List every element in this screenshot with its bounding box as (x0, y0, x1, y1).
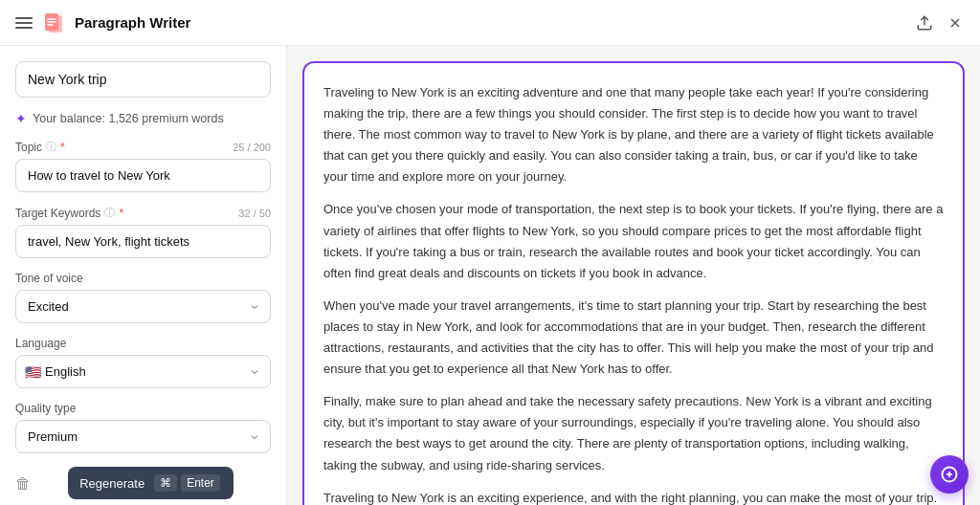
result-card-1: Traveling to New York is an exciting adv… (302, 61, 965, 505)
keywords-info-icon[interactable]: ⓘ (104, 206, 115, 220)
header-left: Paragraph Writer (15, 11, 190, 34)
quality-select[interactable]: Premium Standard (15, 420, 271, 453)
upload-icon[interactable] (915, 13, 934, 33)
floating-action-button[interactable] (930, 455, 969, 494)
doc-title-input[interactable] (15, 61, 271, 98)
header-right (915, 13, 965, 33)
keywords-group: Target Keywords ⓘ * 32 / 50 (15, 206, 271, 258)
enter-key: Enter (181, 474, 220, 492)
card1-para1: Traveling to New York is an exciting adv… (323, 82, 944, 187)
card1-para4: Finally, make sure to plan ahead and tak… (323, 391, 944, 475)
keywords-label: Target Keywords ⓘ * 32 / 50 (15, 206, 271, 220)
cmd-key: ⌘ (154, 474, 177, 492)
content-area: Traveling to New York is an exciting adv… (287, 46, 980, 505)
language-select-wrapper: 🇺🇸 English Spanish French German (15, 355, 271, 388)
close-icon[interactable] (946, 13, 965, 33)
tone-group: Tone of voice Excited Professional Casua… (15, 272, 271, 323)
tone-label: Tone of voice (15, 272, 271, 285)
main-layout: ✦ Your balance: 1,526 premium words Topi… (0, 46, 980, 505)
bottom-controls: 🗑 Regenerate ⌘ Enter ▲ 3 ▼ Outputs Regen… (15, 467, 271, 505)
language-group: Language 🇺🇸 English Spanish French Germa… (15, 337, 271, 388)
trash-icon[interactable]: 🗑 (15, 475, 31, 493)
balance-display: ✦ Your balance: 1,526 premium words (15, 111, 271, 126)
menu-icon[interactable] (15, 17, 33, 29)
card1-para5: Traveling to New York is an exciting exp… (323, 488, 944, 505)
tone-select[interactable]: Excited Professional Casual Friendly (15, 290, 271, 323)
app-title: Paragraph Writer (75, 14, 190, 31)
app-logo (42, 11, 65, 34)
svg-rect-1 (49, 15, 62, 33)
diamond-icon: ✦ (15, 111, 27, 126)
card1-para3: When you've made your travel arrangement… (323, 296, 944, 380)
topic-label: Topic ⓘ * 25 / 200 (15, 140, 271, 154)
topic-group: Topic ⓘ * 25 / 200 (15, 140, 271, 192)
regen-shortcut: Regenerate ⌘ Enter (68, 467, 234, 499)
keywords-input[interactable] (15, 225, 271, 258)
app-header: Paragraph Writer (0, 0, 980, 46)
balance-text: Your balance: 1,526 premium words (33, 112, 224, 125)
topic-input[interactable] (15, 159, 271, 192)
sidebar: ✦ Your balance: 1,526 premium words Topi… (0, 46, 287, 505)
language-select[interactable]: English Spanish French German (15, 355, 271, 388)
card1-para2: Once you've chosen your mode of transpor… (323, 199, 944, 283)
quality-label: Quality type (15, 402, 271, 415)
language-label: Language (15, 337, 271, 350)
quality-group: Quality type Premium Standard (15, 402, 271, 453)
topic-info-icon[interactable]: ⓘ (46, 140, 56, 154)
